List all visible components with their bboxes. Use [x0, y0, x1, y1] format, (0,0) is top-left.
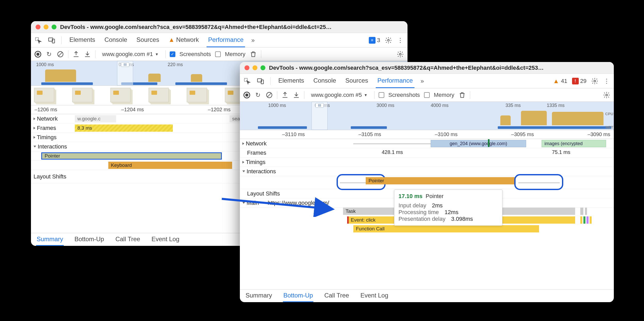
- tab-console[interactable]: Console: [312, 74, 338, 88]
- close-icon[interactable]: [36, 25, 40, 29]
- device-icon[interactable]: [48, 37, 55, 44]
- minimize-icon[interactable]: [252, 65, 257, 70]
- thumbnail[interactable]: [72, 88, 92, 102]
- error-badge[interactable]: ! 29: [572, 78, 586, 84]
- screenshots-checkbox[interactable]: ✓: [170, 51, 175, 57]
- messages-badge[interactable]: ≡ 3: [369, 37, 380, 44]
- divider: [261, 50, 261, 58]
- minimize-icon[interactable]: [44, 25, 48, 29]
- interaction-pointer-row[interactable]: Pointer: [240, 176, 614, 189]
- thumbnail[interactable]: [187, 88, 207, 102]
- btab-event-log[interactable]: Event Log: [360, 289, 389, 302]
- network-request[interactable]: w.google.c: [75, 115, 116, 122]
- device-icon[interactable]: [257, 77, 264, 85]
- inspect-icon[interactable]: [35, 37, 42, 44]
- tabbar-right: ≡ 3 ⋮: [369, 37, 404, 44]
- network-request[interactable]: gen_204 (www.google.com): [431, 140, 526, 147]
- more-tabs-icon[interactable]: »: [251, 37, 255, 44]
- interaction-whisker: [518, 183, 560, 183]
- tab-elements[interactable]: Elements: [68, 33, 97, 47]
- caret-right-icon: [34, 118, 35, 120]
- track-frames[interactable]: Frames 428.1 ms 75.1 ms: [240, 148, 614, 158]
- upload-icon[interactable]: [281, 91, 289, 99]
- session-label: www.google.com #5: [311, 92, 362, 98]
- gear-icon[interactable]: [591, 77, 598, 85]
- btab-bottom-up[interactable]: Bottom-Up: [283, 289, 314, 302]
- trash-icon[interactable]: [250, 51, 257, 58]
- overview-minimap[interactable]: 1000 ms 000 ms 3000 ms 4000 ms 335 ms 13…: [240, 102, 614, 130]
- record-button[interactable]: [35, 51, 41, 58]
- session-picker[interactable]: www.google.com #1 ▼: [100, 50, 161, 58]
- memory-checkbox[interactable]: [215, 51, 221, 57]
- flame-fn-call[interactable]: Function Call: [353, 225, 539, 232]
- thumbnail[interactable]: [110, 88, 131, 102]
- traffic-lights[interactable]: [36, 25, 56, 29]
- caret-down-icon: [242, 202, 245, 204]
- flame-chart[interactable]: Network gen_204 (www.google.com) images …: [240, 139, 614, 289]
- net-activity: [351, 126, 387, 129]
- time-ruler[interactable]: –3110 ms –3105 ms –3100 ms –3095 ms –309…: [240, 130, 614, 139]
- btab-call-tree[interactable]: Call Tree: [324, 289, 349, 302]
- gear-icon[interactable]: [385, 37, 392, 44]
- tooltip-header: 17.10 ms Pointer: [398, 193, 498, 200]
- ruler-tick: –3110 ms: [282, 131, 305, 137]
- track-network[interactable]: Network gen_204 (www.google.com) images …: [240, 139, 614, 148]
- reload-icon[interactable]: ↻: [254, 91, 262, 99]
- titlebar[interactable]: DevTools - www.google.com/search?sca_esv…: [240, 62, 614, 74]
- tab-console[interactable]: Console: [103, 33, 129, 47]
- session-label: www.google.com #1: [102, 51, 153, 58]
- overview-handle[interactable]: [312, 102, 328, 130]
- warning-badge[interactable]: ▲ 41: [553, 78, 567, 84]
- inspect-icon[interactable]: [243, 77, 251, 85]
- interaction-pointer[interactable]: Pointer: [41, 152, 222, 160]
- tab-performance[interactable]: Performance: [376, 74, 414, 88]
- tt-key: Input delay: [398, 202, 426, 209]
- kebab-icon[interactable]: ⋮: [397, 37, 404, 44]
- clear-icon[interactable]: [57, 51, 64, 58]
- thumbnail[interactable]: [149, 88, 169, 102]
- download-icon[interactable]: [293, 91, 300, 99]
- maximize-icon[interactable]: [260, 65, 265, 70]
- net-activity: [41, 82, 93, 85]
- gear-icon[interactable]: [603, 91, 610, 99]
- track-label-text: Timings: [37, 134, 56, 141]
- tab-network[interactable]: ▲ Network: [167, 33, 200, 47]
- download-icon[interactable]: [84, 51, 91, 58]
- clear-icon[interactable]: [266, 91, 273, 99]
- tab-sources[interactable]: Sources: [135, 33, 161, 47]
- session-picker[interactable]: www.google.com #5 ▼: [308, 91, 370, 99]
- interaction-keyboard[interactable]: Keyboard: [108, 162, 232, 169]
- network-request[interactable]: images (encrypted: [542, 140, 606, 147]
- tab-performance[interactable]: Performance: [207, 33, 245, 47]
- thumbnail[interactable]: [34, 88, 54, 102]
- frame-bar[interactable]: 8.3 ms: [75, 124, 173, 132]
- traffic-lights[interactable]: [244, 65, 265, 70]
- track-timings[interactable]: Timings: [240, 158, 614, 167]
- overview-handle[interactable]: [117, 61, 133, 85]
- record-button[interactable]: [243, 92, 250, 98]
- btab-bottom-up[interactable]: Bottom-Up: [74, 233, 105, 246]
- screenshots-checkbox[interactable]: [379, 92, 384, 98]
- maximize-icon[interactable]: [52, 25, 56, 29]
- btab-event-log[interactable]: Event Log: [151, 233, 180, 246]
- svg-point-5: [400, 53, 401, 55]
- kebab-icon[interactable]: ⋮: [603, 77, 610, 85]
- trash-icon[interactable]: [459, 91, 466, 99]
- btab-summary[interactable]: Summary: [245, 289, 273, 302]
- divider: [304, 91, 304, 99]
- tt-val: 3.098ms: [451, 216, 473, 222]
- screenshots-label: Screenshots: [180, 51, 211, 58]
- interaction-pointer[interactable]: [366, 177, 515, 184]
- tab-elements[interactable]: Elements: [277, 74, 306, 88]
- btab-call-tree[interactable]: Call Tree: [115, 233, 141, 246]
- gear-icon[interactable]: [397, 51, 404, 58]
- titlebar[interactable]: DevTools - www.google.com/search?sca_esv…: [31, 21, 407, 33]
- btab-summary[interactable]: Summary: [36, 233, 64, 246]
- cpu-activity: [500, 115, 511, 125]
- reload-icon[interactable]: ↻: [45, 51, 53, 58]
- close-icon[interactable]: [244, 65, 249, 70]
- tab-sources[interactable]: Sources: [344, 74, 370, 88]
- more-tabs-icon[interactable]: »: [421, 77, 424, 85]
- upload-icon[interactable]: [72, 51, 80, 58]
- memory-checkbox[interactable]: [424, 92, 430, 98]
